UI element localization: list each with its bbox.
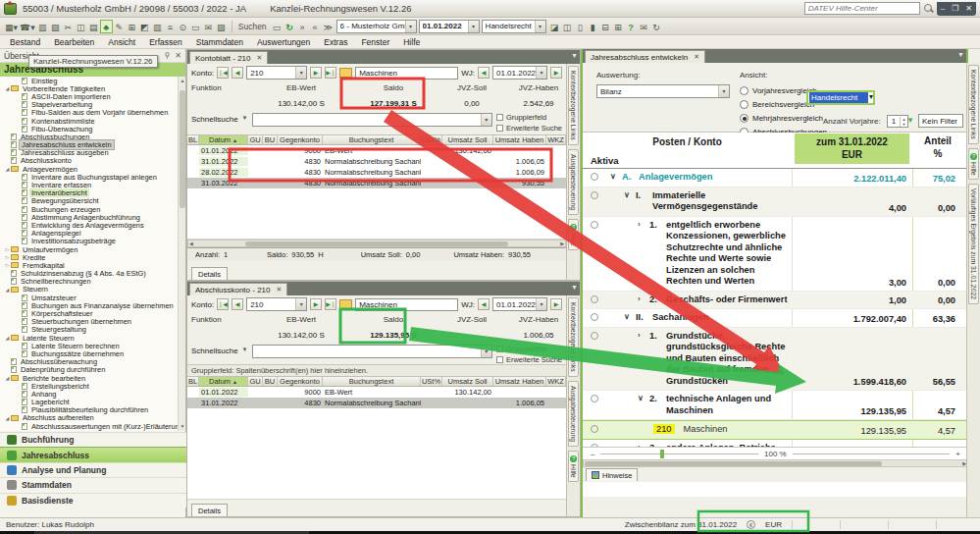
sidebar-scrollbar[interactable]: ▲ ▼ <box>178 77 185 431</box>
expand-icon[interactable]: › <box>638 220 646 229</box>
column-header-gu[interactable]: GU <box>248 377 263 386</box>
chevron-down-icon[interactable]: ▼ <box>242 115 248 121</box>
side-tab-ausgabesteuerung[interactable]: Ausgabesteuerung <box>568 381 579 447</box>
column-header-datum[interactable]: Datum▲ <box>199 135 248 144</box>
tree-item-entwicklung-des-anlagevermögens[interactable]: Entwicklung des Anlagevermögens <box>0 221 179 229</box>
row-radio-icon[interactable] <box>591 313 598 321</box>
prev-year-icon[interactable]: ◀ <box>478 298 490 310</box>
zoom-out-icon[interactable]: – <box>591 450 594 458</box>
search-label[interactable]: Suchen <box>238 22 267 31</box>
row-radio-icon[interactable] <box>591 173 598 181</box>
column-header-umsatz-soll[interactable]: Umsatz Soll <box>442 135 493 144</box>
prev-record-icon[interactable]: ◀ <box>232 298 243 310</box>
row-radio-icon[interactable] <box>591 191 598 199</box>
help-icon[interactable]: ? <box>625 20 638 33</box>
collapse-icon[interactable]: ◢ <box>4 375 11 381</box>
tree-item-investitionsabzugsbeträge[interactable]: Investitionsabzugsbeträge <box>0 238 179 245</box>
collapse-icon[interactable]: ◢ <box>4 415 11 421</box>
tree-icon[interactable]: ♣ <box>100 20 113 33</box>
wrench-icon[interactable]: ✎ <box>113 20 126 33</box>
tab-kontoblatt[interactable]: Kontoblatt - 210 ✕ <box>189 51 268 64</box>
expand-icon[interactable]: › <box>638 331 646 340</box>
table-row[interactable]: 01.01.20229000EB-Wert130.142,00 <box>187 387 566 398</box>
balance-row-anlagevermögen[interactable]: ∨A.Anlagevermögen2.122.011,4075,02 <box>583 169 968 187</box>
collapse-icon[interactable]: ∨ <box>624 312 633 321</box>
expand-icon[interactable]: › <box>638 294 646 303</box>
schnellsuche-input[interactable]: ▾ <box>252 113 492 127</box>
globe-refresh-icon[interactable]: ↻ <box>650 20 663 33</box>
radio-vorjahresvergleich[interactable]: Vorjahresvergleich <box>740 86 817 95</box>
scroll-up-icon[interactable]: ▲ <box>179 77 186 85</box>
tree-item-anhang[interactable]: Anhang <box>0 390 179 398</box>
tree-item-steuern[interactable]: ◢Steuern <box>0 286 179 294</box>
entwickeln-law-select[interactable]: Handelsrecht▾ <box>806 90 875 105</box>
balance-row-andere-anlagen-betriebs-und-ge[interactable]: ›3.andere Anlagen, Betriebs- und Geschäf… <box>583 440 968 448</box>
radio-mehrjahresvergleich[interactable]: Mehrjahresvergleich <box>740 114 823 123</box>
side-tab-hilfe[interactable]: ?Hilfe <box>568 219 579 251</box>
chevron-down-icon[interactable]: ▼ <box>242 347 248 352</box>
col-anteil-header[interactable]: Anteil% <box>912 134 963 160</box>
table-row[interactable]: 31.01.20224830Normalabschreibung Sachanl… <box>187 398 566 408</box>
menu-auswertungen[interactable]: Auswertungen <box>257 37 310 47</box>
konto-select[interactable]: 210▾ <box>246 297 307 311</box>
column-header-gegenkonto[interactable]: Gegenkonto <box>278 377 323 386</box>
cut-icon[interactable]: ✂ <box>62 20 75 33</box>
wj-select[interactable]: 01.01.2022▾ <box>492 297 547 311</box>
monitor-icon[interactable]: ▭ <box>189 20 202 33</box>
side-tab-vorläufiges-ergebnis-zum-31-01-2022[interactable]: Vorläufiges Ergebnis zum 31.01.2022 <box>968 184 979 304</box>
mail-world-icon[interactable]: ✉ <box>638 20 650 33</box>
kontoblatt-details-tab[interactable]: Details <box>191 267 228 280</box>
column-header-buchungstext[interactable]: Buchungstext <box>323 135 421 144</box>
side-tab-hilfe[interactable]: ?Hilfe <box>568 451 579 483</box>
column-header-wkz[interactable]: WKZ <box>546 135 566 144</box>
expand-icon[interactable]: ▷ <box>4 246 11 252</box>
law-select[interactable]: Handelsrecht▾ <box>482 20 546 33</box>
balance-row-sachanlagen[interactable]: ∨II.Sachanlagen1.792.007,4063,36 <box>583 309 968 328</box>
zoom-slider[interactable] <box>600 454 758 454</box>
gruppierfeld-checkbox[interactable]: Gruppierfeld <box>496 345 562 353</box>
close-tab-icon[interactable]: ✕ <box>256 54 262 62</box>
first-record-icon[interactable]: ❘◀ <box>217 298 229 310</box>
table-row[interactable]: 28.02.20224830Normalabschreibung Sachanl… <box>187 167 566 178</box>
send-icon[interactable]: ≫ <box>322 20 335 33</box>
collapse-icon[interactable]: ◢ <box>4 287 11 293</box>
import-icon[interactable]: « <box>309 20 322 33</box>
scroll-down-icon[interactable]: ▼ <box>179 422 186 431</box>
column-header-buchungstext[interactable]: Buchungstext <box>323 377 421 386</box>
filter-field[interactable]: Kein Filter <box>918 114 963 128</box>
side-tab-kontextbezogene-links[interactable]: Kontextbezogene Links <box>968 65 979 144</box>
tab-entwickeln[interactable]: Jahresabschluss entwickeln ✕ <box>585 50 705 63</box>
clock-icon[interactable]: ⊙ <box>177 20 189 33</box>
sidebar-nav-basisdienste[interactable]: Basisdienste <box>0 493 186 507</box>
tree-item-steuergestaltung[interactable]: Steuergestaltung <box>0 326 179 334</box>
collapse-icon[interactable]: ◢ <box>4 335 11 341</box>
tree-item-inventare-erfassen[interactable]: Inventare erfassen <box>0 181 179 188</box>
tab-menu-icon[interactable]: ▼ <box>571 284 578 291</box>
balance-row-konto-210[interactable]: 210Maschinen129.135,954,57 <box>583 420 968 440</box>
refresh-icon[interactable]: ↻ <box>284 20 296 33</box>
konto-name-field[interactable]: Maschinen <box>355 67 458 80</box>
lock-icon[interactable]: ◪ <box>548 20 561 33</box>
konto-select[interactable]: 210▾ <box>246 66 307 80</box>
balance-row-entgeltlich-erworbene-konzessi[interactable]: ›1.entgeltlich erworbene Konzessionen, g… <box>583 217 968 292</box>
print-icon[interactable]: ▨ <box>215 20 228 33</box>
next-year-icon[interactable]: ▶ <box>550 298 562 310</box>
row-radio-icon[interactable] <box>591 395 598 402</box>
paste-icon[interactable]: ▤ <box>87 20 100 33</box>
phone-icon[interactable]: ☎▾ <box>19 20 36 33</box>
column-header-umsatz-haben[interactable]: Umsatz Haben <box>493 377 546 386</box>
window-dropdown-icon[interactable]: ▦▾ <box>4 20 19 33</box>
list-icon[interactable]: ≡ <box>164 20 177 33</box>
collapse-icon[interactable]: ∨ <box>638 394 646 402</box>
entwickeln-hscrollbar[interactable]: ▶ <box>583 459 968 467</box>
date-select[interactable]: 01.01.2022▾ <box>419 20 480 33</box>
scrollbar-thumb[interactable] <box>180 90 185 208</box>
close-tab-icon[interactable]: ✕ <box>277 286 283 294</box>
last-record-icon[interactable]: ▶❘ <box>325 67 336 79</box>
gruppierfeld-checkbox[interactable]: Gruppierfeld <box>496 113 562 122</box>
column-header-datum[interactable]: Datum▲ <box>199 377 248 386</box>
auswertung-select[interactable]: Bilanz▾ <box>596 84 730 98</box>
favorites-icon[interactable]: ▥ <box>36 20 49 33</box>
company-select[interactable]: 6 - Musterholz GmbH▾ <box>336 20 417 33</box>
menu-stammdaten[interactable]: Stammdaten <box>196 37 243 47</box>
